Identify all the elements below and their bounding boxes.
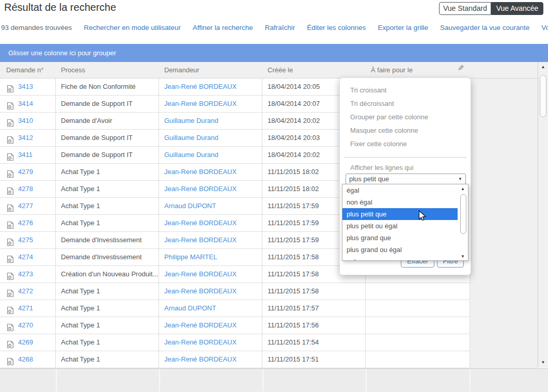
requester-link[interactable]: Jean-René BORDEAUX: [164, 185, 237, 193]
table-row[interactable]: 4270 Achat Type 1 Jean-René BORDEAUX 11/…: [0, 317, 470, 334]
scroll-down-icon[interactable]: ▼: [538, 358, 548, 367]
requester-link[interactable]: Philippe MARTEL: [164, 253, 217, 261]
scroll-up-icon[interactable]: ▲: [538, 63, 548, 71]
due-date-cell: [366, 334, 470, 351]
edit-column-pencil-icon[interactable]: ✎: [458, 64, 464, 73]
created-date-cell: 11/11/2015 17:54: [262, 334, 366, 351]
requester-link[interactable]: Jean-René BORDEAUX: [164, 100, 237, 107]
operator-dropdown-list: égal non égal plus petit que plus petit …: [342, 184, 468, 261]
requester-link[interactable]: Jean-René BORDEAUX: [164, 355, 237, 363]
request-id-link[interactable]: 3414: [18, 96, 33, 112]
process-cell: Achat Type 1: [56, 351, 159, 368]
operator-option[interactable]: nul: [342, 256, 458, 261]
column-header-a-faire[interactable]: À faire pour le: [366, 62, 470, 78]
table-row[interactable]: 4269 Achat Type 1 Jean-René BORDEAUX 11/…: [0, 334, 470, 351]
request-id-link[interactable]: 4275: [18, 232, 33, 248]
chevron-down-icon: ▼: [458, 174, 462, 184]
menu-divider: [344, 157, 466, 158]
request-id-link[interactable]: 4268: [18, 351, 33, 368]
requester-link[interactable]: Jean-René BORDEAUX: [164, 270, 237, 278]
requester-link[interactable]: Jean-René BORDEAUX: [164, 338, 237, 346]
toolbar-link[interactable]: Exporter la grille: [378, 24, 428, 32]
document-icon: [6, 287, 14, 295]
requester-link[interactable]: Guillaume Durand: [164, 134, 218, 142]
process-cell: Achat Type 1: [56, 300, 159, 317]
requester-link[interactable]: Jean-René BORDEAUX: [164, 168, 237, 176]
request-id-link[interactable]: 3412: [18, 130, 33, 146]
toolbar-link[interactable]: Sauvegarder la vue courante: [440, 24, 529, 32]
operator-option[interactable]: égal: [342, 184, 458, 196]
request-id-link[interactable]: 4273: [18, 266, 33, 283]
footer-separator: [262, 369, 263, 391]
toolbar: 93 demandes trouvées Rechercher en mode …: [1, 22, 548, 33]
toolbar-link[interactable]: Rafraîchir: [265, 24, 295, 32]
request-id-link[interactable]: 3413: [18, 79, 33, 95]
request-id-link[interactable]: 4271: [18, 300, 33, 317]
requester-link[interactable]: Jean-René BORDEAUX: [164, 321, 237, 329]
operator-select[interactable]: plus petit que ▼: [346, 174, 466, 184]
column-header-demande[interactable]: Demande n°: [0, 62, 56, 78]
process-cell: Achat Type 1: [56, 164, 159, 180]
due-date-cell: [366, 351, 470, 368]
requester-link[interactable]: Jean-René BORDEAUX: [164, 219, 237, 227]
request-id-link[interactable]: 4277: [18, 198, 33, 214]
requester-link[interactable]: Guillaume Durand: [164, 117, 218, 124]
column-menu-item[interactable]: Masquer cette colonne: [340, 124, 471, 137]
vertical-scrollbar[interactable]: ▲ ▼: [538, 62, 548, 368]
table-row[interactable]: 4271 Achat Type 1 Arnaud DUPONT 11/11/20…: [0, 300, 470, 317]
document-icon: [6, 202, 14, 210]
process-cell: Demande de Support IT: [56, 96, 159, 112]
table-row[interactable]: 4268 Achat Type 1 Jean-René BORDEAUX 11/…: [0, 351, 470, 368]
group-drop-zone[interactable]: Glisser une colonne ici pour grouper: [0, 44, 548, 62]
dropdown-scroll-down-icon[interactable]: ▼: [459, 253, 467, 260]
requester-link[interactable]: Jean-René BORDEAUX: [164, 236, 237, 244]
requester-link[interactable]: Jean-René BORDEAUX: [164, 287, 237, 295]
requester-link[interactable]: Arnaud DUPONT: [164, 202, 216, 210]
operator-option[interactable]: plus petit que: [342, 208, 458, 220]
toolbar-link[interactable]: Voir le graphique: [541, 24, 548, 32]
document-icon: [6, 355, 14, 364]
requester-link[interactable]: Jean-René BORDEAUX: [164, 83, 237, 90]
requester-link[interactable]: Guillaume Durand: [164, 151, 218, 159]
dropdown-scroll-up-icon[interactable]: ▲: [459, 185, 467, 193]
request-id-link[interactable]: 4278: [18, 181, 33, 197]
advanced-view-button[interactable]: Vue Avancée: [491, 2, 543, 15]
process-cell: Demande d'Avoir: [56, 113, 159, 129]
process-cell: Achat Type 1: [56, 334, 159, 351]
grid-empty-area: [470, 79, 538, 368]
operator-option[interactable]: plus grand que: [342, 232, 458, 244]
request-id-link[interactable]: 3411: [18, 147, 33, 163]
table-row[interactable]: 4272 Achat Type 1 Jean-René BORDEAUX 11/…: [0, 283, 470, 300]
operator-option[interactable]: plus petit ou égal: [342, 220, 458, 232]
request-id-link[interactable]: 4270: [18, 317, 33, 334]
column-header-demandeur[interactable]: Demandeur: [159, 62, 262, 78]
request-id-link[interactable]: 4279: [18, 164, 33, 180]
column-header-creee[interactable]: Créée le: [262, 62, 366, 78]
request-id-link[interactable]: 4276: [18, 215, 33, 231]
standard-view-button[interactable]: Vue Standard: [439, 2, 491, 15]
requester-link[interactable]: Arnaud DUPONT: [164, 304, 216, 312]
request-id-link[interactable]: 3410: [18, 113, 33, 129]
table-header: Demande n° Process Demandeur Créée le À …: [0, 62, 538, 79]
toolbar-link[interactable]: Éditer les colonnes: [307, 24, 366, 32]
operator-option[interactable]: non égal: [342, 196, 458, 208]
request-id-link[interactable]: 4274: [18, 249, 33, 265]
column-menu-item[interactable]: Grouper par cette colonne: [340, 111, 471, 124]
footer-separator: [56, 369, 57, 391]
toolbar-link[interactable]: Affiner la recherche: [193, 24, 253, 32]
created-date-cell: 11/11/2015 17:51: [262, 351, 366, 368]
operator-option[interactable]: plus grand ou égal: [342, 244, 458, 256]
request-id-link[interactable]: 4269: [18, 334, 33, 351]
process-cell: Achat Type 1: [56, 317, 159, 334]
filter-label: Afficher les lignes qui: [350, 164, 471, 171]
toolbar-link[interactable]: Rechercher en mode utilisateur: [84, 24, 181, 32]
document-icon: [6, 134, 14, 142]
column-menu-item[interactable]: Tri décroissant: [340, 97, 471, 111]
dropdown-scrollbar[interactable]: ▲ ▼: [458, 184, 468, 261]
column-menu-item[interactable]: Tri croissant: [340, 84, 471, 97]
column-header-process[interactable]: Process: [56, 62, 159, 78]
scrollbar-thumb[interactable]: [540, 75, 546, 117]
request-id-link[interactable]: 4272: [18, 283, 33, 300]
dropdown-scrollbar-thumb[interactable]: [460, 194, 466, 234]
column-menu-item[interactable]: Fixer cette colonne: [340, 137, 471, 151]
